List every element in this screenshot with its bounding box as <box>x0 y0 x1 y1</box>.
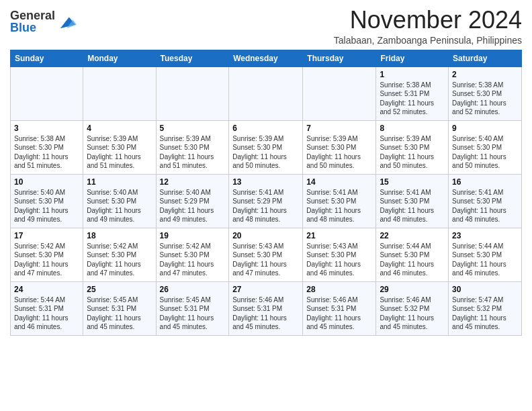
title-block: November 2024 Talabaan, Zamboanga Penins… <box>334 7 522 46</box>
calendar-cell: 2Sunrise: 5:38 AM Sunset: 5:30 PM Daylig… <box>449 66 522 120</box>
day-number: 5 <box>160 124 226 133</box>
day-info: Sunrise: 5:42 AM Sunset: 5:30 PM Dayligh… <box>87 242 152 278</box>
calendar-cell: 25Sunrise: 5:45 AM Sunset: 5:31 PM Dayli… <box>83 281 156 335</box>
day-info: Sunrise: 5:40 AM Sunset: 5:30 PM Dayligh… <box>87 188 152 224</box>
calendar-cell: 12Sunrise: 5:40 AM Sunset: 5:29 PM Dayli… <box>156 174 229 228</box>
day-info: Sunrise: 5:38 AM Sunset: 5:30 PM Dayligh… <box>14 134 79 171</box>
calendar-cell: 7Sunrise: 5:39 AM Sunset: 5:30 PM Daylig… <box>303 120 376 174</box>
day-info: Sunrise: 5:45 AM Sunset: 5:31 PM Dayligh… <box>160 295 226 332</box>
calendar-cell: 13Sunrise: 5:41 AM Sunset: 5:29 PM Dayli… <box>229 174 303 228</box>
day-number: 12 <box>160 177 226 187</box>
calendar-cell: 16Sunrise: 5:41 AM Sunset: 5:30 PM Dayli… <box>449 174 522 228</box>
calendar-cell <box>11 66 83 120</box>
weekday-header-saturday: Saturday <box>449 50 522 66</box>
day-number: 21 <box>306 231 372 240</box>
day-info: Sunrise: 5:46 AM Sunset: 5:31 PM Dayligh… <box>306 295 372 332</box>
day-number: 11 <box>87 177 152 187</box>
calendar-cell: 23Sunrise: 5:44 AM Sunset: 5:30 PM Dayli… <box>449 228 522 281</box>
calendar-table: SundayMondayTuesdayWednesdayThursdayFrid… <box>10 50 522 336</box>
day-number: 1 <box>380 70 445 79</box>
day-info: Sunrise: 5:41 AM Sunset: 5:30 PM Dayligh… <box>452 188 518 224</box>
day-number: 22 <box>380 231 445 240</box>
day-info: Sunrise: 5:42 AM Sunset: 5:30 PM Dayligh… <box>160 242 226 278</box>
calendar-cell: 18Sunrise: 5:42 AM Sunset: 5:30 PM Dayli… <box>83 228 156 281</box>
logo-general-text: General <box>10 9 55 21</box>
calendar-cell: 27Sunrise: 5:46 AM Sunset: 5:31 PM Dayli… <box>229 281 303 335</box>
calendar-cell: 4Sunrise: 5:39 AM Sunset: 5:30 PM Daylig… <box>83 120 156 174</box>
calendar-cell <box>303 66 376 120</box>
day-number: 10 <box>14 177 79 187</box>
day-info: Sunrise: 5:46 AM Sunset: 5:31 PM Dayligh… <box>232 295 299 332</box>
calendar-cell: 14Sunrise: 5:41 AM Sunset: 5:30 PM Dayli… <box>303 174 376 228</box>
day-info: Sunrise: 5:41 AM Sunset: 5:29 PM Dayligh… <box>232 188 299 224</box>
day-info: Sunrise: 5:47 AM Sunset: 5:32 PM Dayligh… <box>452 295 518 332</box>
day-number: 8 <box>380 124 445 133</box>
day-number: 16 <box>452 177 518 187</box>
logo-blue-text: Blue <box>10 21 55 34</box>
day-info: Sunrise: 5:39 AM Sunset: 5:30 PM Dayligh… <box>160 134 226 171</box>
calendar-cell <box>156 66 229 120</box>
day-number: 9 <box>452 124 518 133</box>
calendar-cell: 21Sunrise: 5:43 AM Sunset: 5:30 PM Dayli… <box>303 228 376 281</box>
day-number: 14 <box>306 177 372 187</box>
calendar-cell: 28Sunrise: 5:46 AM Sunset: 5:31 PM Dayli… <box>303 281 376 335</box>
calendar-cell: 11Sunrise: 5:40 AM Sunset: 5:30 PM Dayli… <box>83 174 156 228</box>
day-number: 26 <box>160 285 226 294</box>
calendar-cell: 22Sunrise: 5:44 AM Sunset: 5:30 PM Dayli… <box>376 228 449 281</box>
day-info: Sunrise: 5:44 AM Sunset: 5:30 PM Dayligh… <box>380 242 445 278</box>
calendar-cell: 1Sunrise: 5:38 AM Sunset: 5:31 PM Daylig… <box>376 66 449 120</box>
weekday-header-wednesday: Wednesday <box>229 50 303 66</box>
day-info: Sunrise: 5:40 AM Sunset: 5:30 PM Dayligh… <box>14 188 79 224</box>
day-number: 2 <box>452 70 518 79</box>
day-number: 13 <box>232 177 299 187</box>
day-number: 25 <box>87 285 152 294</box>
day-number: 20 <box>232 231 299 240</box>
calendar-cell: 29Sunrise: 5:46 AM Sunset: 5:32 PM Dayli… <box>376 281 449 335</box>
calendar-cell: 15Sunrise: 5:41 AM Sunset: 5:30 PM Dayli… <box>376 174 449 228</box>
calendar-week-3: 10Sunrise: 5:40 AM Sunset: 5:30 PM Dayli… <box>11 174 522 228</box>
calendar-header-row: SundayMondayTuesdayWednesdayThursdayFrid… <box>11 50 522 66</box>
calendar-cell: 6Sunrise: 5:39 AM Sunset: 5:30 PM Daylig… <box>229 120 303 174</box>
calendar-week-1: 1Sunrise: 5:38 AM Sunset: 5:31 PM Daylig… <box>11 66 522 120</box>
day-number: 7 <box>306 124 372 133</box>
day-number: 4 <box>87 124 152 133</box>
day-info: Sunrise: 5:43 AM Sunset: 5:30 PM Dayligh… <box>232 242 299 278</box>
weekday-header-friday: Friday <box>376 50 449 66</box>
day-info: Sunrise: 5:46 AM Sunset: 5:32 PM Dayligh… <box>380 295 445 332</box>
calendar-cell: 3Sunrise: 5:38 AM Sunset: 5:30 PM Daylig… <box>11 120 83 174</box>
day-number: 24 <box>14 285 79 294</box>
page-header: General Blue November 2024 Talabaan, Zam… <box>10 7 522 46</box>
day-info: Sunrise: 5:39 AM Sunset: 5:30 PM Dayligh… <box>306 134 372 171</box>
day-number: 15 <box>380 177 445 187</box>
weekday-header-tuesday: Tuesday <box>156 50 229 66</box>
calendar-cell: 20Sunrise: 5:43 AM Sunset: 5:30 PM Dayli… <box>229 228 303 281</box>
day-info: Sunrise: 5:42 AM Sunset: 5:30 PM Dayligh… <box>14 242 79 278</box>
calendar-cell: 17Sunrise: 5:42 AM Sunset: 5:30 PM Dayli… <box>11 228 83 281</box>
day-info: Sunrise: 5:44 AM Sunset: 5:31 PM Dayligh… <box>14 295 79 332</box>
weekday-header-monday: Monday <box>83 50 156 66</box>
calendar-week-5: 24Sunrise: 5:44 AM Sunset: 5:31 PM Dayli… <box>11 281 522 335</box>
calendar-week-4: 17Sunrise: 5:42 AM Sunset: 5:30 PM Dayli… <box>11 228 522 281</box>
day-number: 30 <box>452 285 518 294</box>
calendar-week-2: 3Sunrise: 5:38 AM Sunset: 5:30 PM Daylig… <box>11 120 522 174</box>
calendar-cell <box>83 66 156 120</box>
day-info: Sunrise: 5:39 AM Sunset: 5:30 PM Dayligh… <box>380 134 445 171</box>
day-number: 27 <box>232 285 299 294</box>
calendar-cell: 8Sunrise: 5:39 AM Sunset: 5:30 PM Daylig… <box>376 120 449 174</box>
location-text: Talabaan, Zamboanga Peninsula, Philippin… <box>334 35 522 46</box>
day-info: Sunrise: 5:38 AM Sunset: 5:31 PM Dayligh… <box>380 81 445 117</box>
day-number: 28 <box>306 285 372 294</box>
day-info: Sunrise: 5:39 AM Sunset: 5:30 PM Dayligh… <box>232 134 299 171</box>
calendar-cell: 9Sunrise: 5:40 AM Sunset: 5:30 PM Daylig… <box>449 120 522 174</box>
day-info: Sunrise: 5:44 AM Sunset: 5:30 PM Dayligh… <box>452 242 518 278</box>
logo-icon <box>58 12 77 31</box>
weekday-header-sunday: Sunday <box>11 50 83 66</box>
calendar-cell: 24Sunrise: 5:44 AM Sunset: 5:31 PM Dayli… <box>11 281 83 335</box>
day-info: Sunrise: 5:40 AM Sunset: 5:30 PM Dayligh… <box>452 134 518 171</box>
calendar-cell: 10Sunrise: 5:40 AM Sunset: 5:30 PM Dayli… <box>11 174 83 228</box>
day-number: 6 <box>232 124 299 133</box>
calendar-cell <box>229 66 303 120</box>
day-info: Sunrise: 5:43 AM Sunset: 5:30 PM Dayligh… <box>306 242 372 278</box>
day-number: 29 <box>380 285 445 294</box>
day-number: 18 <box>87 231 152 240</box>
